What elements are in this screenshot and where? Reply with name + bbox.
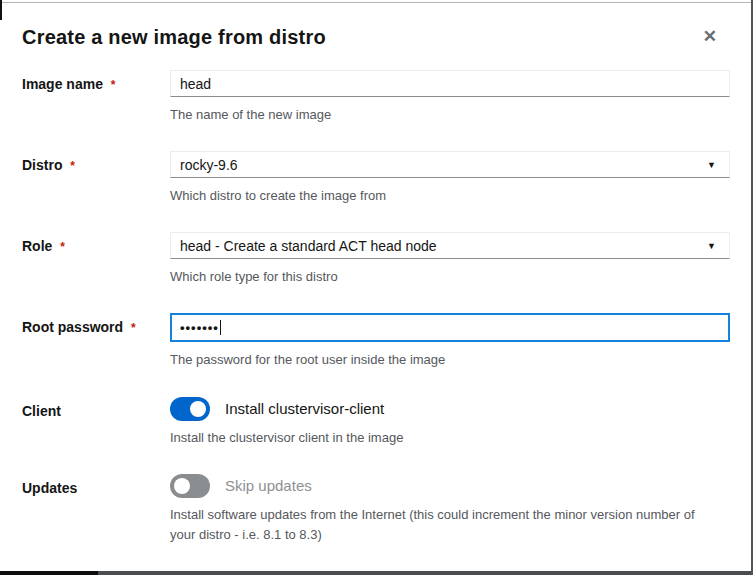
updates-label: Updates — [22, 480, 77, 496]
bottom-border-gray-segment — [98, 571, 753, 575]
client-toggle[interactable] — [170, 397, 210, 421]
role-select[interactable]: head - Create a standard ACT head node ▼ — [170, 232, 730, 259]
updates-switch-label: Skip updates — [225, 477, 312, 494]
root-password-helper-text: The password for the root user inside th… — [170, 350, 715, 370]
toggle-knob — [174, 478, 190, 494]
image-name-label: Image name — [22, 76, 103, 92]
client-switch-line: Install clustervisor-client — [170, 397, 730, 421]
image-name-label-cell: Image name * — [22, 70, 170, 125]
role-control-cell: head - Create a standard ACT head node ▼… — [170, 232, 730, 287]
role-selected-value: head - Create a standard ACT head node — [180, 238, 437, 254]
window-left-border — [0, 0, 2, 20]
dialog-title: Create a new image from distro — [22, 26, 326, 49]
updates-toggle[interactable] — [170, 474, 210, 498]
root-password-label: Root password — [22, 319, 123, 335]
image-name-input[interactable]: head — [170, 70, 730, 97]
required-asterisk: * — [70, 159, 75, 173]
distro-select[interactable]: rocky-9.6 ▼ — [170, 151, 730, 178]
required-asterisk: * — [111, 78, 116, 92]
image-name-helper-text: The name of the new image — [170, 105, 715, 125]
form-group-updates: Updates Skip updates Install software up… — [0, 474, 753, 545]
dialog-header: Create a new image from distro ✕ — [0, 0, 753, 49]
chevron-down-icon: ▼ — [707, 160, 716, 170]
form-group-root-password: Root password * ••••••• The password for… — [0, 313, 753, 370]
close-icon[interactable]: ✕ — [699, 26, 721, 47]
bottom-border-black-segment — [0, 571, 98, 575]
client-label: Client — [22, 403, 61, 419]
required-asterisk: * — [60, 240, 65, 254]
image-name-control-cell: head The name of the new image — [170, 70, 730, 125]
create-image-form: Image name * head The name of the new im… — [0, 70, 753, 545]
updates-switch-line: Skip updates — [170, 474, 730, 498]
form-group-role: Role * head - Create a standard ACT head… — [0, 232, 753, 287]
chevron-down-icon: ▼ — [707, 241, 716, 251]
root-password-input[interactable]: ••••••• — [170, 313, 730, 342]
window-bottom-border — [0, 571, 753, 575]
updates-helper-text: Install software updates from the Intern… — [170, 505, 715, 545]
distro-label: Distro — [22, 157, 62, 173]
client-switch-label: Install clustervisor-client — [225, 400, 384, 417]
client-helper-text: Install the clustervisor client in the i… — [170, 428, 715, 448]
image-name-value: head — [180, 76, 211, 92]
root-password-label-cell: Root password * — [22, 313, 170, 370]
distro-helper-text: Which distro to create the image from — [170, 186, 715, 206]
window-top-border — [0, 2, 753, 3]
required-asterisk: * — [131, 321, 136, 335]
form-group-client: Client Install clustervisor-client Insta… — [0, 397, 753, 448]
root-password-masked-value: ••••••• — [180, 320, 219, 335]
client-label-cell: Client — [22, 397, 170, 448]
text-cursor — [220, 320, 221, 335]
form-group-distro: Distro * rocky-9.6 ▼ Which distro to cre… — [0, 151, 753, 206]
form-group-image-name: Image name * head The name of the new im… — [0, 70, 753, 125]
distro-label-cell: Distro * — [22, 151, 170, 206]
updates-control-cell: Skip updates Install software updates fr… — [170, 474, 730, 545]
create-image-dialog: Create a new image from distro ✕ Image n… — [0, 0, 753, 575]
distro-control-cell: rocky-9.6 ▼ Which distro to create the i… — [170, 151, 730, 206]
updates-label-cell: Updates — [22, 474, 170, 545]
role-label: Role — [22, 238, 52, 254]
role-helper-text: Which role type for this distro — [170, 267, 715, 287]
distro-selected-value: rocky-9.6 — [180, 157, 238, 173]
toggle-knob — [190, 401, 206, 417]
root-password-control-cell: ••••••• The password for the root user i… — [170, 313, 730, 370]
role-label-cell: Role * — [22, 232, 170, 287]
client-control-cell: Install clustervisor-client Install the … — [170, 397, 730, 448]
